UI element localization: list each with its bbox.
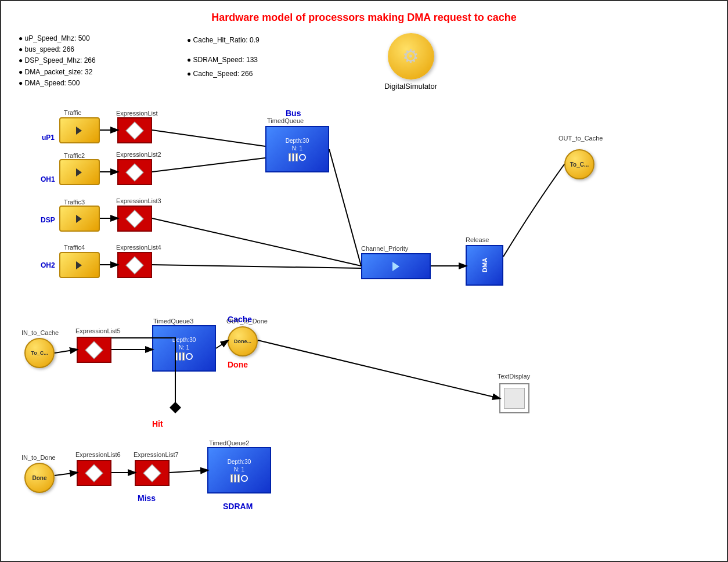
DSP-label: DSP	[41, 216, 55, 224]
bus-label: Bus	[286, 109, 301, 118]
tq3-n: N: 1	[179, 344, 189, 351]
svg-line-7	[152, 265, 361, 268]
in-cache-circle-label: To_C...	[31, 350, 48, 356]
out-to-done-label: OUT_to_Done	[226, 318, 268, 325]
tq2-n: N: 1	[234, 466, 244, 473]
traffic4-label: Traffic4	[64, 244, 85, 251]
miss-label: Miss	[138, 493, 156, 503]
out-to-cache-label: OUT_to_Cache	[558, 135, 603, 142]
exprlist4-label: ExpressionList4	[116, 244, 161, 251]
tq3-queue-icon	[175, 352, 193, 361]
svg-line-8	[329, 149, 361, 266]
OH1-label: OH1	[41, 175, 55, 183]
page-title: Hardware model of processors making DMA …	[211, 12, 516, 24]
OH2-block[interactable]	[59, 252, 100, 278]
uP1-block[interactable]	[59, 117, 100, 143]
dma-label: DMA	[481, 258, 488, 272]
in-to-cache-label: IN_to_Cache	[21, 329, 59, 336]
channel-priority-label: Channel_Priority	[361, 245, 408, 252]
sdram-label: SDRAM	[223, 502, 253, 511]
channel-priority-block[interactable]	[361, 253, 431, 279]
timedqueue3-label: TimedQueue3	[153, 318, 193, 325]
svg-line-10	[55, 350, 77, 353]
exprlist5-block[interactable]	[77, 337, 111, 363]
timedqueue3-block[interactable]: Depth:30 N: 1	[152, 325, 216, 372]
params-right: ● Cache_Hit_Ratio: 0.9 ● SDRAM_Speed: 13…	[187, 33, 260, 81]
queue-icon	[289, 153, 306, 161]
digital-sim-label: DigitalSimulator	[384, 82, 437, 91]
svg-line-6	[152, 218, 361, 266]
exprlist3-label: ExpressionList3	[116, 197, 161, 204]
OH2-label: OH2	[41, 261, 55, 269]
to-cache-circle[interactable]: To_C...	[564, 149, 594, 179]
in-to-done-label: IN_to_Done	[21, 454, 56, 461]
tq2-depth: Depth:30	[228, 458, 251, 466]
svg-line-12	[216, 341, 228, 348]
DSP-block[interactable]	[59, 206, 100, 232]
hit-label: Hit	[152, 419, 163, 428]
traffic2-label: Traffic2	[64, 152, 85, 159]
release-label: Release	[466, 236, 489, 243]
exprlist2-label: ExpressionList2	[116, 151, 161, 158]
svg-line-15	[55, 473, 77, 475]
uP1-label: uP1	[42, 134, 55, 142]
gear-circle: ⚙	[388, 33, 434, 80]
exprlist6-label: ExpressionList6	[75, 451, 121, 458]
text-display-label: TextDisplay	[498, 373, 530, 380]
exprlist2-block[interactable]	[117, 159, 152, 185]
done-circle-label: Done	[33, 475, 47, 481]
traffic1-label: Traffic	[64, 109, 81, 116]
exprlist1-block[interactable]	[117, 117, 152, 143]
timedqueue2-label: TimedQueue2	[209, 439, 249, 446]
timedqueue-label: TimedQueue	[267, 117, 304, 124]
timedqueue2-block[interactable]: Depth:30 N: 1	[207, 447, 271, 493]
tq3-depth: Depth:30	[172, 336, 196, 344]
done-out-label: Done...	[234, 338, 251, 344]
traffic3-label: Traffic3	[64, 199, 85, 206]
OH1-block[interactable]	[59, 159, 100, 185]
text-display-inner	[504, 388, 525, 409]
svg-line-4	[152, 130, 265, 146]
tq2-queue-icon	[230, 474, 248, 482]
gear-icon: ⚙	[402, 45, 419, 67]
svg-line-5	[152, 158, 265, 172]
in-cache-circle[interactable]: To_C...	[24, 338, 55, 368]
exprlist6-block[interactable]	[77, 460, 111, 486]
done-label: Done	[228, 360, 248, 369]
exprlist7-label: ExpressionList7	[134, 451, 179, 458]
release-block[interactable]: DMA	[466, 245, 503, 286]
exprlist7-block[interactable]	[135, 460, 170, 486]
timedqueue-depth: Depth:30	[286, 137, 309, 145]
to-cache-circle-label: To_C...	[570, 161, 589, 168]
params-left: ● uP_Speed_Mhz: 500 ● bus_speed: 266 ● D…	[19, 33, 96, 89]
channel-play-icon	[392, 262, 399, 271]
digital-simulator: ⚙ DigitalSimulator	[384, 33, 437, 91]
svg-marker-14	[170, 402, 181, 413]
exprlist5-label: ExpressionList5	[75, 327, 121, 334]
svg-line-17	[170, 470, 207, 473]
svg-line-13	[258, 340, 499, 398]
done-circle[interactable]: Done	[24, 463, 55, 493]
exprlist1-label: ExpressionList	[116, 110, 158, 117]
exprlist3-block[interactable]	[117, 206, 152, 232]
timedqueue-block[interactable]: Depth:30 N: 1	[265, 126, 329, 172]
done-out-circle[interactable]: Done...	[228, 326, 258, 356]
timedqueue-n: N: 1	[292, 145, 302, 152]
exprlist4-block[interactable]	[117, 252, 152, 278]
text-display-block[interactable]	[499, 383, 529, 413]
